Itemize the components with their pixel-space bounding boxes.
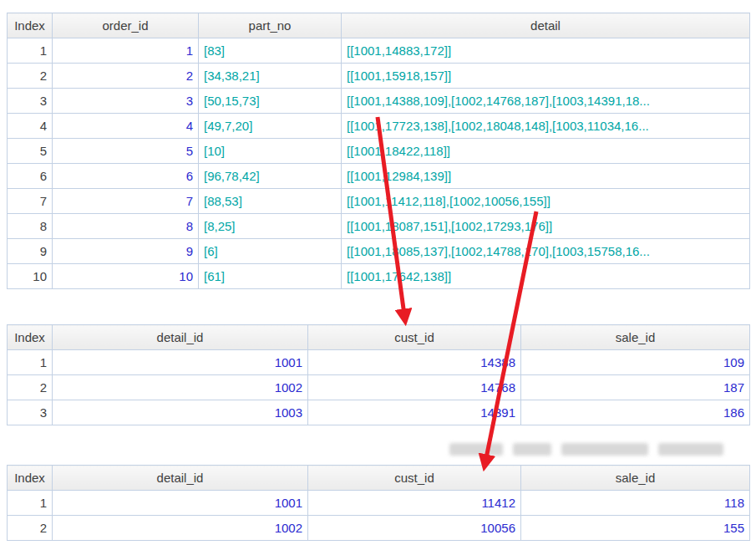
cell-order_id[interactable]: 8 [53, 214, 199, 239]
cell-detail[interactable]: [[1001,17642,138]] [342, 264, 750, 289]
cell-detail_id[interactable]: 1003 [53, 400, 308, 425]
cell-part_no[interactable]: [8,25] [199, 214, 342, 239]
table-row: 99[6][[1001,18085,137],[1002,14788,170],… [8, 239, 750, 264]
table-row: 1100114388109 [8, 350, 750, 375]
blur-blob [658, 443, 723, 456]
blur-blob [561, 443, 648, 456]
table-row: 66[96,78,42][[1001,12984,139]] [8, 164, 750, 189]
cell-part_no[interactable]: [88,53] [199, 189, 342, 214]
column-header-cust_id[interactable]: cust_id [308, 325, 521, 350]
cell-index[interactable]: 9 [8, 239, 53, 264]
cell-cust_id[interactable]: 11412 [308, 491, 521, 516]
cell-index[interactable]: 4 [8, 114, 53, 139]
cell-index[interactable]: 6 [8, 164, 53, 189]
column-header-order_id[interactable]: order_id [53, 13, 199, 38]
column-header-detail[interactable]: detail [342, 13, 750, 38]
cell-detail_id[interactable]: 1001 [53, 350, 308, 375]
cell-order_id[interactable]: 7 [53, 189, 199, 214]
column-header-index[interactable]: Index [8, 466, 53, 491]
cell-index[interactable]: 1 [8, 38, 53, 64]
cell-cust_id[interactable]: 14768 [308, 375, 521, 400]
table-row: 22[34,38,21][[1001,15918,157]] [8, 64, 750, 89]
cell-sale_id[interactable]: 187 [521, 375, 750, 400]
cell-detail[interactable]: [[1001,12984,139]] [342, 164, 750, 189]
cell-cust_id[interactable]: 10056 [308, 516, 521, 541]
cell-part_no[interactable]: [96,78,42] [199, 164, 342, 189]
cell-index[interactable]: 7 [8, 189, 53, 214]
cell-index[interactable]: 2 [8, 375, 53, 400]
column-header-index[interactable]: Index [8, 325, 53, 350]
cell-cust_id[interactable]: 14391 [308, 400, 521, 425]
cell-part_no[interactable]: [34,38,21] [199, 64, 342, 89]
table-row: 44[49,7,20][[1001,17723,138],[1002,18048… [8, 114, 750, 139]
cell-order_id[interactable]: 5 [53, 139, 199, 164]
blurred-watermark [449, 437, 753, 461]
cell-part_no[interactable]: [10] [199, 139, 342, 164]
cell-sale_id[interactable]: 186 [521, 400, 750, 425]
cell-part_no[interactable]: [49,7,20] [199, 114, 342, 139]
cell-detail_id[interactable]: 1002 [53, 516, 308, 541]
cell-index[interactable]: 3 [8, 400, 53, 425]
cell-detail[interactable]: [[1001,18422,118]] [342, 139, 750, 164]
table-row: 1100111412118 [8, 491, 750, 516]
table-row: 2100214768187 [8, 375, 750, 400]
cell-index[interactable]: 8 [8, 214, 53, 239]
table-row: 88[8,25][[1001,18087,151],[1002,17293,17… [8, 214, 750, 239]
column-header-index[interactable]: Index [8, 13, 53, 38]
cell-order_id[interactable]: 1 [53, 38, 199, 64]
column-header-sale_id[interactable]: sale_id [521, 466, 750, 491]
cell-detail_id[interactable]: 1002 [53, 375, 308, 400]
cell-detail[interactable]: [[1001,17723,138],[1002,18048,148],[1003… [342, 114, 750, 139]
order3-detail-table: Indexdetail_idcust_idsale_id110011438810… [7, 324, 750, 425]
table-row: 11[83][[1001,14883,172]] [8, 38, 750, 64]
cell-part_no[interactable]: [61] [199, 264, 342, 289]
cell-detail[interactable]: [[1001,14883,172]] [342, 38, 750, 64]
cell-part_no[interactable]: [50,15,73] [199, 89, 342, 114]
cell-part_no[interactable]: [83] [199, 38, 342, 64]
cell-order_id[interactable]: 4 [53, 114, 199, 139]
cell-index[interactable]: 2 [8, 516, 53, 541]
orders-table: Indexorder_idpart_nodetail11[83][[1001,1… [7, 13, 750, 289]
cell-index[interactable]: 3 [8, 89, 53, 114]
cell-order_id[interactable]: 9 [53, 239, 199, 264]
cell-order_id[interactable]: 3 [53, 89, 199, 114]
column-header-detail_id[interactable]: detail_id [53, 466, 308, 491]
cell-sale_id[interactable]: 118 [521, 491, 750, 516]
cell-index[interactable]: 1 [8, 491, 53, 516]
table-row: 3100314391186 [8, 400, 750, 425]
column-header-part_no[interactable]: part_no [199, 13, 342, 38]
order7-detail-table: Indexdetail_idcust_idsale_id110011141211… [7, 465, 750, 541]
cell-detail_id[interactable]: 1001 [53, 491, 308, 516]
blur-blob [513, 443, 551, 456]
cell-detail[interactable]: [[1001,18087,151],[1002,17293,176]] [342, 214, 750, 239]
column-header-detail_id[interactable]: detail_id [53, 325, 308, 350]
column-header-cust_id[interactable]: cust_id [308, 466, 521, 491]
cell-sale_id[interactable]: 155 [521, 516, 750, 541]
cell-index[interactable]: 10 [8, 264, 53, 289]
cell-detail[interactable]: [[1001,15918,157]] [342, 64, 750, 89]
cell-order_id[interactable]: 2 [53, 64, 199, 89]
cell-cust_id[interactable]: 14388 [308, 350, 521, 375]
cell-detail[interactable]: [[1001,11412,118],[1002,10056,155]] [342, 189, 750, 214]
cell-order_id[interactable]: 6 [53, 164, 199, 189]
page: Indexorder_idpart_nodetail11[83][[1001,1… [0, 0, 756, 545]
column-header-sale_id[interactable]: sale_id [521, 325, 750, 350]
table-row: 55[10][[1001,18422,118]] [8, 139, 750, 164]
cell-index[interactable]: 1 [8, 350, 53, 375]
cell-part_no[interactable]: [6] [199, 239, 342, 264]
table-row: 2100210056155 [8, 516, 750, 541]
table-row: 77[88,53][[1001,11412,118],[1002,10056,1… [8, 189, 750, 214]
cell-index[interactable]: 5 [8, 139, 53, 164]
table-row: 1010[61][[1001,17642,138]] [8, 264, 750, 289]
table-row: 33[50,15,73][[1001,14388,109],[1002,1476… [8, 89, 750, 114]
blur-blob [449, 443, 503, 456]
cell-index[interactable]: 2 [8, 64, 53, 89]
cell-detail[interactable]: [[1001,18085,137],[1002,14788,170],[1003… [342, 239, 750, 264]
cell-order_id[interactable]: 10 [53, 264, 199, 289]
cell-sale_id[interactable]: 109 [521, 350, 750, 375]
cell-detail[interactable]: [[1001,14388,109],[1002,14768,187],[1003… [342, 89, 750, 114]
